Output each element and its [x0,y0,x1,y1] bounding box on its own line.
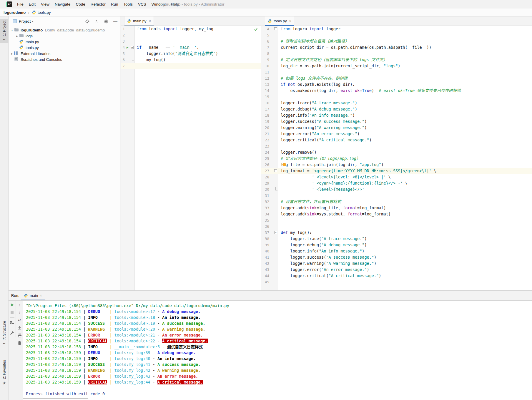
tree-item-logurudemo[interactable]: ▾logurudemoD:\my_data\code_data\logurude… [9,27,120,33]
tab-tools-py[interactable]: tools.py × [265,16,294,26]
collapse-all-icon[interactable] [94,19,99,24]
code-line-15[interactable]: 15 [261,94,532,100]
fold-marker-icon[interactable]: − [274,169,277,172]
tool-button-structure[interactable]: 7: Structure ▪▪ [0,319,9,347]
code-line-17[interactable]: 17logger.debug("A debug message.") [261,106,532,112]
code-line-19[interactable]: 19logger.success("A success message.") [261,118,532,125]
code-line-35[interactable]: 35 [261,217,532,223]
code-line-36[interactable]: 36 [261,223,532,230]
code-line-39[interactable]: 39 logger.debug("A debug message.") [261,242,532,248]
code-line-34[interactable]: 34logger.add(sink=sys.stdout, format=log… [261,211,532,217]
chevron-right-icon[interactable]: ▸ [15,34,19,38]
code-line-24[interactable]: 24logger.remove() [261,149,532,155]
project-panel-title[interactable]: Project [19,19,31,24]
locate-file-icon[interactable] [85,19,89,24]
code-line-9[interactable]: 9# 定义日志文件夹路径（当前脚本目录下的 logs 文件夹） [261,57,532,63]
code-line-27[interactable]: 27−log_format = '<green>{time:YYYY-MM-DD… [261,168,532,174]
menu-item-tools[interactable]: Tools [121,2,135,6]
code-line-32[interactable]: 32# 设置日志文件，并设置日志格式 [261,199,532,205]
breadcrumb-project[interactable]: logurudemo [4,10,26,15]
code-line-18[interactable]: 18logger.info("An info message.") [261,112,532,118]
code-line-12[interactable]: 12# 如果 logs 文件夹不存在，则创建 [261,75,532,81]
run-console-output[interactable]: "D:\Program Files (x86)\python385\python… [23,301,532,400]
code-line-22[interactable]: 22logger.critical("A critical message.") [261,137,532,143]
menu-item-edit[interactable]: Edit [26,2,38,6]
code-line-8[interactable]: 8 [261,51,532,57]
inspections-ok-icon[interactable] [254,27,258,31]
code-line-44[interactable]: 44 logger.critical("A critical message."… [261,273,532,279]
code-line-43[interactable]: 43 logger.error("An error message.") [261,267,532,273]
restore-layout-button[interactable] [9,319,15,327]
close-tab-icon[interactable]: × [149,19,151,23]
run-line-icon[interactable]: ▶ [127,44,129,51]
tool-button-favorites[interactable]: 2: Favorites ★ [0,358,9,387]
code-line-40[interactable]: 40 logger.info("An info message.") [261,248,532,254]
soft-wrap-button[interactable]: ↵ [16,316,23,324]
code-line-4[interactable]: 4−from loguru import logger [261,26,532,32]
stop-button[interactable] [9,309,15,316]
menu-item-navigate[interactable]: Navigate [52,2,73,6]
tree-item-scratches-and-consoles[interactable]: Scratches and Consoles [9,56,120,62]
chevron-right-icon[interactable]: ▸ [10,52,14,55]
close-tab-icon[interactable]: × [289,19,292,23]
code-line-29[interactable]: 29 ' <cyan>{name}:{function}:{line}</> -… [261,180,532,186]
code-line-7[interactable]: 7current_script_dir = os.path.dirname(os… [261,44,532,51]
code-line-28[interactable]: 28 ' <level>{level: <8}</level> |' \ [261,174,532,180]
code-editor-tools[interactable]: 4−from loguru import logger56# 获取当前脚本所在目… [261,26,532,290]
menu-item-run[interactable]: Run [108,2,121,6]
tree-item-logs[interactable]: ▸logs [9,33,120,39]
tab-main-py[interactable]: main.py × [124,16,154,26]
code-line-3[interactable]: 3 [121,38,261,44]
tree-item-main-py[interactable]: main.py [9,39,120,45]
close-tab-icon[interactable]: × [40,293,42,298]
horizontal-scrollbar[interactable] [23,398,88,399]
code-line-26[interactable]: 26log_file = os.path.join(log_dir, "app.… [261,162,532,168]
tool-button-project[interactable]: 1: Project ▪▪ [0,19,9,43]
pin-button[interactable] [9,329,15,337]
tree-item-tools-py[interactable]: tools.py [9,45,120,51]
code-line-10[interactable]: 10log_dir = os.path.join(current_script_… [261,63,532,69]
print-button[interactable] [16,332,23,339]
code-line-5[interactable]: 5 [261,32,532,38]
code-line-33[interactable]: 33logger.add(sink=log_file, format=log_f… [261,205,532,211]
next-occurrence-button[interactable]: ↓ [16,309,23,316]
code-editor-main[interactable]: 1from tools import logger, my_log234▶−if… [121,26,261,290]
menu-item-code[interactable]: Code [73,2,88,6]
code-line-38[interactable]: 38 logger.trace("A trace message.") [261,236,532,242]
code-line-13[interactable]: 13if not os.path.exists(log_dir): [261,81,532,88]
gear-icon[interactable] [104,19,108,24]
chevron-down-icon[interactable]: ▾ [32,20,33,23]
scroll-to-end-button[interactable] [16,324,23,332]
code-line-7[interactable]: 7 [121,63,261,69]
hide-panel-icon[interactable]: — [113,19,118,24]
clear-console-button[interactable] [16,339,23,347]
code-line-6[interactable]: 6# 获取当前脚本所在目录（绝对路径） [261,38,532,44]
menu-item-file[interactable]: File [14,2,26,6]
code-line-21[interactable]: 21logger.error("An error message.") [261,131,532,137]
menu-item-refactor[interactable]: Refactor [88,2,108,6]
code-line-1[interactable]: 1from tools import logger, my_log [121,26,261,32]
code-line-37[interactable]: 37−def my_log(): [261,230,532,236]
code-line-14[interactable]: 14 os.makedirs(log_dir, exist_ok=True) #… [261,88,532,94]
code-line-2[interactable]: 2 [121,32,261,38]
prev-occurrence-button[interactable]: ↑ [16,301,23,309]
code-line-4[interactable]: 4▶−if __name__ == '__main__': [121,44,261,51]
fold-marker-icon[interactable]: − [274,231,277,234]
intention-bulb-icon[interactable] [282,163,286,166]
code-line-6[interactable]: 6 my_log() [121,57,261,63]
code-line-45[interactable]: 45 [261,279,532,285]
breadcrumb-file[interactable]: tools.py [38,10,51,15]
menu-item-view[interactable]: View [38,2,52,6]
code-line-31[interactable]: 31 [261,193,532,199]
code-line-41[interactable]: 41 logger.success("A success message.") [261,254,532,260]
code-line-5[interactable]: 5 logger.info("测试自定义日志样式") [121,51,261,57]
fold-marker-icon[interactable]: − [274,27,277,30]
code-line-23[interactable]: 23 [261,143,532,149]
code-line-16[interactable]: 16logger.trace("A trace message.") [261,100,532,106]
menu-item-vcs[interactable]: VCS [135,2,149,6]
chevron-down-icon[interactable]: ▾ [10,29,14,32]
code-line-42[interactable]: 42 logger.warning("A warning message.") [261,260,532,267]
rerun-button[interactable] [9,301,15,309]
code-line-20[interactable]: 20logger.warning("A warning message.") [261,125,532,131]
fold-marker-icon[interactable]: − [131,46,134,49]
